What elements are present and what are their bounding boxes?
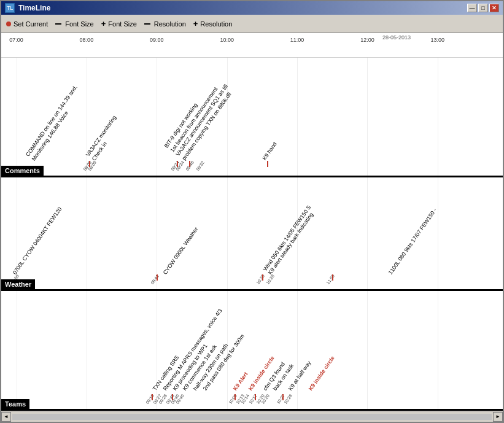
toolbar: Set Current Font Size + Font Size Resolu… — [1, 15, 503, 33]
grid-line-w2 — [87, 177, 87, 289]
time-10: 10:00 — [220, 37, 234, 43]
comments-marker-3 — [189, 161, 190, 167]
weather-entry-4: 1100L 080 9kts 17/07 FEW150 - — [387, 207, 438, 276]
grid-line-t4 — [227, 291, 228, 409]
sections-container: COMMAND on line on 144.39 and.Monitoring… — [1, 58, 503, 411]
teams-marker-3 — [235, 394, 236, 400]
grid-line — [297, 58, 298, 176]
teams-label: Teams — [1, 399, 29, 409]
resolution-minus-button[interactable]: Resolution — [144, 20, 186, 28]
set-current-label: Set Current — [14, 20, 48, 28]
grid-line-w6 — [367, 177, 368, 289]
comments-marker-4 — [267, 161, 268, 167]
font-size-plus-button[interactable]: + Font Size — [101, 20, 137, 28]
time-09: 09:00 — [150, 37, 164, 43]
weather-entry-1: 0700L CYOW 04004KT FEW120 — [11, 206, 63, 276]
font-size-minus-button[interactable]: Font Size — [55, 20, 93, 28]
main-window: TL TimeLine — □ ✕ Set Current Font Size … — [0, 0, 504, 423]
comment-entry-3: BIT-9 digi not working1st beacon from an… — [163, 76, 236, 162]
set-current-button[interactable]: Set Current — [6, 20, 48, 28]
weather-label: Weather — [1, 279, 35, 289]
grid-line-t2 — [87, 291, 87, 409]
weather-tick-1: 09:41 — [150, 274, 160, 285]
comment-entry-2: VA3ACZ monitoringCheck in — [85, 114, 124, 162]
time-12: 12:00 — [360, 37, 374, 43]
grid-line-t5 — [297, 291, 298, 409]
grid-line-t6 — [367, 291, 368, 409]
title-bar-left: TL TimeLine — [5, 3, 50, 13]
date-label: 28-05-2013 — [382, 34, 411, 41]
teams-marker-4 — [255, 394, 256, 400]
scrollbar: ◄ ► — [1, 411, 503, 422]
grid-line-t1 — [17, 291, 17, 409]
title-bar-controls: — □ ✕ — [467, 4, 499, 12]
comments-marker-1 — [89, 161, 90, 167]
time-axis: 28-05-2013 07:00 08:00 09:00 10:00 11:00… — [1, 33, 503, 58]
teams-entry-7: K9 Alert — [232, 371, 249, 392]
grid-line — [227, 58, 228, 176]
minus-icon — [55, 23, 61, 25]
comments-marker-2 — [177, 161, 178, 167]
grid-line — [87, 58, 87, 176]
time-11: 11:00 — [290, 37, 304, 43]
teams-section: TXN calling SRS Reporting M APRS message… — [1, 291, 503, 411]
weather-tick-2: 10:25 — [255, 274, 265, 285]
font-size-plus-label: Font Size — [108, 20, 136, 28]
comments-tick-6: 09:52 — [195, 160, 205, 171]
weather-tick-4: 11:50 — [325, 274, 335, 285]
window-title: TimeLine — [18, 4, 50, 12]
minus-icon2 — [144, 23, 150, 25]
comment-entry-1: COMMAND on line on 144.39 and.Monitoring… — [25, 84, 85, 162]
teams-entry-12: K9 inside circle — [307, 355, 335, 392]
weather-entry-3: Wind 050 6kts 14/05 FEW150 SK9 alert ste… — [262, 204, 317, 276]
grid-line — [157, 58, 157, 176]
time-08: 08:00 — [80, 37, 94, 43]
grid-line-w7 — [438, 177, 438, 289]
grid-line — [438, 58, 438, 176]
maximize-button[interactable]: □ — [478, 4, 488, 12]
resolution-plus-label: Resolution — [200, 20, 232, 28]
grid-line — [17, 58, 17, 176]
weather-tick-3: 10:28 — [265, 274, 275, 285]
close-button[interactable]: ✕ — [489, 4, 499, 12]
weather-marker-2 — [262, 274, 263, 281]
weather-marker-3 — [332, 274, 333, 281]
comments-label: Comments — [1, 166, 44, 176]
teams-entry-8: K9 inside circle — [247, 355, 275, 392]
weather-marker-1 — [157, 274, 158, 281]
scroll-track[interactable] — [12, 414, 492, 420]
resolution-plus-button[interactable]: + Resolution — [193, 20, 233, 28]
content-area: 28-05-2013 07:00 08:00 09:00 10:00 11:00… — [1, 33, 503, 422]
teams-marker-5 — [282, 394, 284, 400]
plus-icon: + — [101, 20, 106, 28]
teams-marker-1 — [152, 394, 153, 400]
grid-line — [367, 58, 368, 176]
comments-section: COMMAND on line on 144.39 and.Monitoring… — [1, 58, 503, 177]
teams-marker-2 — [172, 394, 173, 400]
scroll-left-button[interactable]: ◄ — [1, 412, 11, 422]
grid-line-t7 — [438, 291, 438, 409]
grid-line-w3 — [157, 177, 157, 289]
font-size-minus-label: Font Size — [65, 20, 93, 28]
minimize-button[interactable]: — — [467, 4, 477, 12]
time-07: 07:00 — [9, 37, 23, 43]
weather-entry-2: CYOW 0900L Weather — [161, 226, 199, 276]
scroll-right-button[interactable]: ► — [493, 412, 503, 422]
plus-icon2: + — [193, 20, 198, 28]
dot-icon — [6, 21, 11, 26]
time-13: 13:00 — [431, 37, 445, 43]
title-bar: TL TimeLine — □ ✕ — [1, 1, 503, 15]
grid-line-w4 — [227, 177, 228, 289]
app-icon: TL — [5, 3, 15, 13]
weather-section: 0700L CYOW 04004KT FEW120 CYOW 0900L Wea… — [1, 177, 503, 291]
comment-entry-4: K9 hand — [261, 141, 279, 162]
resolution-minus-label: Resolution — [154, 20, 186, 28]
